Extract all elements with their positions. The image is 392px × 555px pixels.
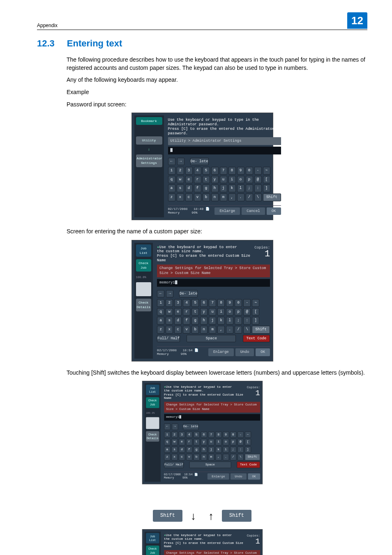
key-n[interactable]: n <box>200 326 208 334</box>
ok-button2[interactable]: OK <box>256 348 270 356</box>
key-][interactable]: ] <box>263 184 270 192</box>
key-.[interactable]: . <box>222 454 228 461</box>
key-/[interactable]: / <box>246 193 253 201</box>
key-@[interactable]: @ <box>237 439 243 446</box>
key-e[interactable]: e <box>174 308 182 316</box>
key-w[interactable]: w <box>171 439 177 446</box>
key-j[interactable]: j <box>209 317 216 325</box>
key-k[interactable]: k <box>217 317 225 325</box>
key-l[interactable]: l <box>222 447 228 453</box>
key-3[interactable]: 3 <box>178 431 184 438</box>
checkjob-button[interactable]: Check Job <box>136 259 152 272</box>
key-o[interactable]: o <box>226 308 233 316</box>
key-c[interactable]: c <box>185 193 193 201</box>
key-p[interactable]: p <box>235 308 242 316</box>
key-d[interactable]: d <box>174 317 182 325</box>
key-d[interactable]: d <box>178 447 184 453</box>
key-k[interactable]: k <box>215 447 221 453</box>
key-y[interactable]: y <box>200 308 208 316</box>
key-\[interactable]: \ <box>243 326 251 334</box>
left-arrow-key2[interactable]: ← <box>157 290 164 298</box>
key-y[interactable]: y <box>211 176 219 184</box>
key-c[interactable]: c <box>178 454 184 461</box>
key-\[interactable]: \ <box>254 193 262 201</box>
key-:[interactable]: : <box>254 184 262 192</box>
key-1[interactable]: 1 <box>168 167 175 175</box>
cancel-button[interactable]: Cancel <box>242 207 265 215</box>
key-,[interactable]: , <box>215 454 221 461</box>
key-m[interactable]: m <box>208 454 214 461</box>
key-s[interactable]: s <box>166 317 173 325</box>
key-g[interactable]: g <box>203 184 210 192</box>
key-u[interactable]: u <box>209 308 216 316</box>
key-t[interactable]: t <box>203 176 210 184</box>
key-0[interactable]: 0 <box>230 431 236 438</box>
key-f[interactable]: f <box>186 447 192 453</box>
key-z[interactable]: z <box>164 454 170 461</box>
key-q[interactable]: q <box>157 308 164 316</box>
textcode-key[interactable]: Text Code <box>243 335 270 343</box>
key-9[interactable]: 9 <box>237 167 244 175</box>
key-u[interactable]: u <box>208 439 214 446</box>
key-9[interactable]: 9 <box>222 431 228 438</box>
key-][interactable]: ] <box>244 447 251 453</box>
key-0[interactable]: 0 <box>246 167 253 175</box>
key-m[interactable]: m <box>220 193 227 201</box>
key-\[interactable]: \ <box>237 454 243 461</box>
key-:[interactable]: : <box>243 317 251 325</box>
shift-button-left[interactable]: Shift <box>153 510 182 522</box>
key-e[interactable]: e <box>185 176 193 184</box>
key-v[interactable]: v <box>194 193 201 201</box>
key-p[interactable]: p <box>230 439 236 446</box>
key-n[interactable]: n <box>211 193 219 201</box>
key-i[interactable]: i <box>228 176 236 184</box>
checkjob-button3[interactable]: Check Job <box>146 398 159 408</box>
checkdetails-button[interactable]: Check Details <box>136 299 152 311</box>
key-2[interactable]: 2 <box>177 167 184 175</box>
utility-button[interactable]: Utility <box>136 136 162 144</box>
enlarge-button[interactable]: Enlarge <box>214 207 240 215</box>
key--[interactable]: - <box>243 299 251 307</box>
key--[interactable]: - <box>237 431 243 438</box>
key-f[interactable]: f <box>183 317 190 325</box>
key-i[interactable]: i <box>217 308 225 316</box>
key-7[interactable]: 7 <box>220 167 227 175</box>
key-q[interactable]: q <box>164 439 170 446</box>
key-9[interactable]: 9 <box>226 299 233 307</box>
key-r[interactable]: r <box>186 439 192 446</box>
key-2[interactable]: 2 <box>166 299 173 307</box>
key-g[interactable]: g <box>191 317 199 325</box>
key-z[interactable]: z <box>157 326 164 334</box>
key-o[interactable]: o <box>222 439 228 446</box>
key-r[interactable]: r <box>183 308 190 316</box>
key-.[interactable]: . <box>237 193 244 201</box>
key-s[interactable]: s <box>177 184 184 192</box>
enlarge-button2[interactable]: Enlarge <box>208 348 234 356</box>
key-a[interactable]: a <box>164 447 170 453</box>
key-:[interactable]: : <box>237 447 243 453</box>
key-g[interactable]: g <box>193 447 199 453</box>
key-8[interactable]: 8 <box>217 299 225 307</box>
key-v[interactable]: v <box>183 326 190 334</box>
bookmark-button[interactable]: Bookmark <box>136 117 162 125</box>
key-l[interactable]: l <box>226 317 233 325</box>
key-c[interactable]: c <box>174 326 182 334</box>
key-y[interactable]: y <box>201 439 207 446</box>
key-d[interactable]: d <box>185 184 193 192</box>
key-o[interactable]: o <box>237 176 244 184</box>
key-4[interactable]: 4 <box>186 431 192 438</box>
key-;[interactable]: ; <box>235 317 242 325</box>
key-2[interactable]: 2 <box>171 431 177 438</box>
key-p[interactable]: p <box>246 176 253 184</box>
key-3[interactable]: 3 <box>174 299 182 307</box>
key-7[interactable]: 7 <box>208 431 214 438</box>
key-b[interactable]: b <box>203 193 210 201</box>
key-[[interactable]: [ <box>252 308 259 316</box>
right-arrow-key2[interactable]: → <box>166 290 173 298</box>
key-4[interactable]: 4 <box>183 299 190 307</box>
key-5[interactable]: 5 <box>193 431 199 438</box>
shift-key[interactable]: Shift <box>252 326 270 334</box>
checkdetails-button3[interactable]: Check Details <box>146 431 159 442</box>
key-/[interactable]: / <box>235 326 242 334</box>
fullhalf-key[interactable]: Full/ Half <box>157 335 180 343</box>
